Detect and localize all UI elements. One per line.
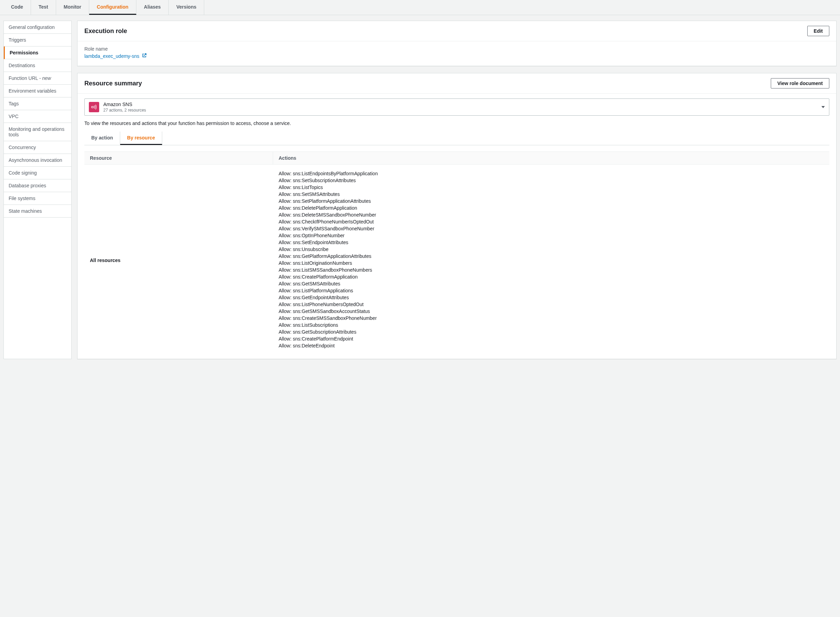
sub-tab-by-action[interactable]: By action bbox=[84, 131, 120, 145]
sidebar-item-asynchronous-invocation[interactable]: Asynchronous invocation bbox=[4, 154, 71, 167]
action-line: Allow: sns:ListSubscriptions bbox=[279, 322, 824, 328]
action-line: Allow: sns:GetEndpointAttributes bbox=[279, 295, 824, 300]
tab-code[interactable]: Code bbox=[3, 0, 31, 15]
resource-summary-panel: Resource summary View role document bbox=[77, 73, 837, 359]
action-line: Allow: sns:SetSubscriptionAttributes bbox=[279, 178, 824, 183]
sidebar-item-file-systems[interactable]: File systems bbox=[4, 192, 71, 205]
resource-summary-title: Resource summary bbox=[84, 80, 142, 87]
service-dropdown[interactable]: Amazon SNS 27 actions, 2 resources bbox=[84, 99, 829, 116]
resource-cell: All resources bbox=[84, 171, 273, 350]
sidebar-item-concurrency[interactable]: Concurrency bbox=[4, 141, 71, 154]
sidebar-item-code-signing[interactable]: Code signing bbox=[4, 167, 71, 179]
action-line: Allow: sns:GetSMSSandboxAccountStatus bbox=[279, 308, 824, 314]
action-line: Allow: sns:CreatePlatformApplication bbox=[279, 274, 824, 280]
resource-help-text: To view the resources and actions that y… bbox=[84, 121, 829, 126]
action-line: Allow: sns:DeleteSMSSandboxPhoneNumber bbox=[279, 212, 824, 218]
sidebar-item-state-machines[interactable]: State machines bbox=[4, 205, 71, 218]
sidebar-item-permissions[interactable]: Permissions bbox=[4, 46, 71, 59]
service-subtext: 27 actions, 2 resources bbox=[103, 108, 146, 112]
action-line: Allow: sns:DeletePlatformApplication bbox=[279, 205, 824, 211]
tab-configuration[interactable]: Configuration bbox=[89, 0, 136, 15]
action-line: Allow: sns:VerifySMSSandboxPhoneNumber bbox=[279, 226, 824, 232]
action-line: Allow: sns:SetPlatformApplicationAttribu… bbox=[279, 198, 824, 204]
actions-cell: Allow: sns:ListEndpointsByPlatformApplic… bbox=[273, 171, 829, 350]
service-name: Amazon SNS bbox=[103, 102, 146, 107]
column-header-resource: Resource bbox=[84, 152, 273, 164]
sidebar-item-monitoring-and-operations-tools[interactable]: Monitoring and operations tools bbox=[4, 123, 71, 141]
action-line: Allow: sns:CreatePlatformEndpoint bbox=[279, 336, 824, 341]
sidebar-item-destinations[interactable]: Destinations bbox=[4, 59, 71, 72]
sidebar-item-environment-variables[interactable]: Environment variables bbox=[4, 85, 71, 97]
action-line: Allow: sns:SetEndpointAttributes bbox=[279, 240, 824, 245]
action-line: Allow: sns:SetSMSAttributes bbox=[279, 192, 824, 197]
action-line: Allow: sns:ListOriginationNumbers bbox=[279, 260, 824, 266]
sidebar-item-general-configuration[interactable]: General configuration bbox=[4, 21, 71, 34]
sidebar-item-triggers[interactable]: Triggers bbox=[4, 34, 71, 46]
tab-monitor[interactable]: Monitor bbox=[56, 0, 89, 15]
sidebar-item-tags[interactable]: Tags bbox=[4, 97, 71, 110]
sidebar-item-database-proxies[interactable]: Database proxies bbox=[4, 179, 71, 192]
resource-sub-tabs: By actionBy resource bbox=[84, 131, 829, 145]
resource-table: Resource Actions All resources Allow: sn… bbox=[84, 152, 829, 352]
sub-tab-by-resource[interactable]: By resource bbox=[120, 131, 162, 145]
sns-service-icon bbox=[89, 102, 99, 112]
role-name-value: lambda_exec_udemy-sns bbox=[84, 53, 139, 59]
external-link-icon bbox=[142, 53, 147, 59]
tab-versions[interactable]: Versions bbox=[169, 0, 204, 15]
tab-aliases[interactable]: Aliases bbox=[136, 0, 169, 15]
action-line: Allow: sns:ListSMSSandboxPhoneNumbers bbox=[279, 267, 824, 273]
execution-role-title: Execution role bbox=[84, 28, 127, 35]
sidebar-item-vpc[interactable]: VPC bbox=[4, 110, 71, 123]
action-line: Allow: sns:OptInPhoneNumber bbox=[279, 233, 824, 238]
action-line: Allow: sns:CheckIfPhoneNumberIsOptedOut bbox=[279, 219, 824, 224]
svg-point-0 bbox=[92, 106, 93, 108]
role-name-link[interactable]: lambda_exec_udemy-sns bbox=[84, 53, 147, 59]
action-line: Allow: sns:ListPlatformApplications bbox=[279, 288, 824, 293]
top-tabs: CodeTestMonitorConfigurationAliasesVersi… bbox=[0, 0, 840, 15]
action-line: Allow: sns:GetSMSAttributes bbox=[279, 281, 824, 286]
action-line: Allow: sns:GetSubscriptionAttributes bbox=[279, 329, 824, 335]
sidebar-item-function-url[interactable]: Function URL - new bbox=[4, 72, 71, 85]
tab-test[interactable]: Test bbox=[31, 0, 56, 15]
table-row: All resources Allow: sns:ListEndpointsBy… bbox=[84, 165, 829, 352]
action-line: Allow: sns:ListTopics bbox=[279, 185, 824, 190]
action-line: Allow: sns:ListEndpointsByPlatformApplic… bbox=[279, 171, 824, 176]
config-sidebar: General configurationTriggersPermissions… bbox=[3, 21, 72, 359]
edit-button[interactable]: Edit bbox=[807, 26, 829, 36]
role-name-label: Role name bbox=[84, 46, 829, 52]
action-line: Allow: sns:CreateSMSSandboxPhoneNumber bbox=[279, 315, 824, 321]
new-badge: new bbox=[42, 75, 51, 81]
view-role-document-button[interactable]: View role document bbox=[771, 78, 829, 89]
action-line: Allow: sns:Unsubscribe bbox=[279, 247, 824, 252]
chevron-down-icon bbox=[821, 106, 825, 108]
action-line: Allow: sns:GetPlatformApplicationAttribu… bbox=[279, 253, 824, 259]
execution-role-panel: Execution role Edit Role name lambda_exe… bbox=[77, 21, 837, 66]
action-line: Allow: sns:ListPhoneNumbersOptedOut bbox=[279, 302, 824, 307]
column-header-actions: Actions bbox=[273, 152, 829, 164]
action-line: Allow: sns:DeleteEndpoint bbox=[279, 343, 824, 348]
